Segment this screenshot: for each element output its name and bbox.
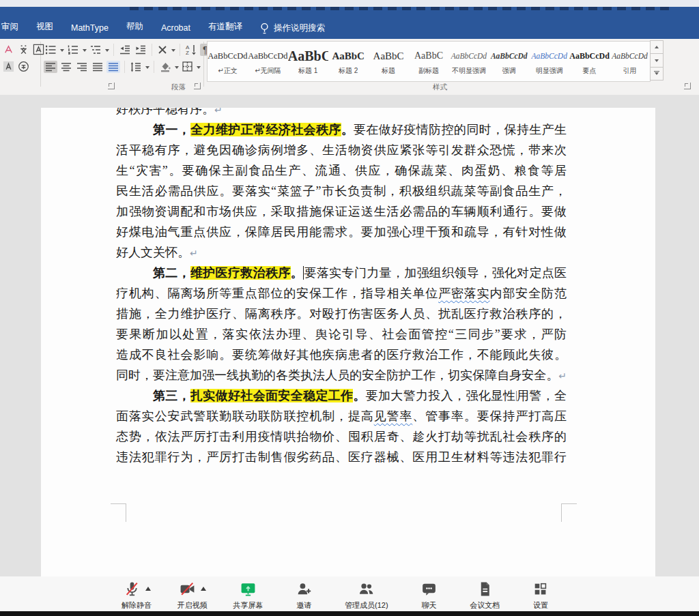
doc-line[interactable]: 好人文关怀。↵	[116, 242, 567, 263]
paragraph-dialog-launcher[interactable]	[194, 83, 201, 89]
decrease-indent-button[interactable]	[118, 44, 132, 56]
gallery-expand-button[interactable]	[650, 67, 664, 80]
meeting-button-settings[interactable]: 设置	[526, 579, 556, 611]
icon-separator	[152, 44, 152, 56]
align-center-button[interactable]	[59, 61, 73, 73]
text-segment: 。	[291, 266, 303, 280]
meeting-button-members[interactable]: 管理成员(12)	[345, 579, 388, 611]
style-preview: AaBbCcDd	[610, 46, 650, 65]
styles-dialog-launcher[interactable]	[684, 83, 691, 89]
style-card[interactable]: AaBbCcDd↵正文	[208, 42, 248, 81]
style-card[interactable]: AaBbCcDd↵无间隔	[248, 42, 288, 81]
menu-tab-帮助[interactable]: 帮助	[126, 21, 143, 39]
increase-indent-button[interactable]	[134, 44, 147, 56]
meeting-button-invite[interactable]: 邀请	[289, 579, 319, 611]
style-card[interactable]: AaBbC标题 1	[288, 42, 328, 81]
expand-caret[interactable]	[201, 587, 206, 591]
meeting-button-label: 共享屏幕	[233, 600, 263, 611]
shading-button[interactable]	[158, 60, 172, 73]
text-segment: 。	[341, 123, 354, 136]
style-card[interactable]: AaBbCcDd强调	[489, 42, 529, 81]
document-page[interactable]: 好秩序平稳有序。↵第一，全力维护正常经济社会秩序。要在做好疫情防控的同时，保持生…	[41, 108, 655, 576]
text-boundary-mark-left	[111, 503, 126, 522]
borders-dropdown[interactable]	[197, 66, 201, 71]
doc-line[interactable]: 好煤电油气重点供应，保障居民用能需求。要加强心理干预和疏导，有针对性做	[116, 222, 567, 242]
doc-line[interactable]: 第二，维护医疗救治秩序。要落实专门力量，加强组织领导，强化对定点医	[116, 263, 567, 283]
font-dialog-launcher[interactable]	[108, 83, 115, 89]
doc-line[interactable]: 面落实公安武警联勤联动联防联控机制，提高见警率、管事率。要保持严打高压	[116, 406, 567, 426]
mic-off-icon	[123, 579, 151, 598]
doc-line[interactable]: 疗机构、隔离场所等重点部位的安保工作，指导相关单位严密落实内部安全防范	[116, 283, 567, 304]
sort-button[interactable]: AZ	[184, 43, 198, 56]
text-segment: 用警，全	[517, 389, 567, 402]
text-segment: 内部安全防范	[490, 287, 567, 300]
meeting-button-camera-off[interactable]: 开启视频	[177, 579, 208, 611]
distribute-text-button[interactable]	[106, 61, 120, 73]
character-shading-button[interactable]	[2, 60, 15, 73]
multilevel-list-button[interactable]	[89, 44, 102, 56]
gallery-scroll-up-button[interactable]	[650, 40, 664, 54]
text-segment: 民生活必需品供应。要落实“菜篮子”市长负责制，积极组织蔬菜等副食品生产，	[116, 184, 567, 198]
menu-tab-视图[interactable]: 视图	[36, 21, 53, 39]
document-text[interactable]: 好秩序平稳有序。↵第一，全力维护正常经济社会秩序。要在做好疫情防控的同时，保持生…	[116, 108, 567, 467]
doc-line[interactable]: 违法犯罪行为，严厉打击制售假劣药品、医疗器械、医用卫生材料等违法犯罪行	[116, 447, 567, 467]
line-spacing-button[interactable]	[129, 61, 143, 73]
numbered-list-dropdown[interactable]	[83, 49, 87, 54]
style-card[interactable]: AaBbCcDd引用	[610, 42, 650, 81]
multilevel-list-dropdown[interactable]	[105, 49, 109, 54]
doc-line[interactable]: 活平稳有序，避免因确诊病例增多、生活物资供应紧张等引发群众恐慌，带来次	[116, 140, 567, 160]
align-left-button[interactable]	[44, 61, 57, 73]
justify-button[interactable]	[91, 61, 104, 73]
icon-separator	[180, 44, 180, 56]
phonetic-guide-button[interactable]	[17, 43, 30, 56]
doc-line[interactable]: 加强物资调配和市场供应，采取措施保证运送生活必需品的车辆顺利通行。要做	[116, 201, 567, 222]
style-card[interactable]: AaBbCcDd不明显强调	[448, 42, 489, 81]
style-card[interactable]: AaBbCcDd要点	[569, 42, 610, 81]
meeting-button-chat[interactable]: 聊天	[414, 579, 444, 611]
meeting-button-screen-share[interactable]: 共享屏幕	[233, 579, 263, 611]
gallery-scroll-down-button[interactable]	[650, 53, 664, 67]
style-card[interactable]: AaBbCcDd明显强调	[529, 42, 569, 81]
enclose-characters-button[interactable]	[17, 60, 30, 73]
document-area: 好秩序平稳有序。↵第一，全力维护正常经济社会秩序。要在做好疫情防控的同时，保持生…	[0, 95, 699, 576]
text-segment: 第三，	[153, 389, 190, 402]
meeting-button-mic-off[interactable]: 解除静音	[122, 579, 152, 611]
asian-layout-button[interactable]	[156, 44, 169, 56]
menu-tab-审阅[interactable]: 审阅	[1, 21, 18, 39]
style-preview: AaBbCcDd	[208, 46, 248, 65]
style-preview: AaBbCcDd	[248, 46, 288, 65]
meeting-toolbar: 解除静音开启视频共享屏幕邀请管理成员(12)聊天会议文档设置	[0, 576, 699, 611]
shading-dropdown[interactable]	[175, 66, 179, 71]
style-card[interactable]: AaBbC副标题	[409, 42, 449, 81]
expand-caret[interactable]	[145, 587, 151, 591]
doc-line[interactable]: 好秩序平稳有序。↵	[116, 108, 567, 119]
numbered-list-button[interactable]	[66, 44, 80, 56]
doc-line[interactable]: 生“灾害”。要确保主副食品生产、流通、供应，确保蔬菜、肉蛋奶、粮食等居	[116, 160, 567, 181]
style-card[interactable]: AaBbC标题 2	[328, 42, 369, 81]
text-segment: 要落实专门力量，加强组织领导，强化对定点医	[304, 266, 567, 280]
doc-line[interactable]: 措施，全力维护医疗、隔离秩序。对殴打伤害医务人员、扰乱医疗救治秩序的，	[116, 304, 567, 324]
style-card[interactable]: AaBbC标题	[369, 42, 409, 81]
bullet-list-dropdown[interactable]	[60, 49, 64, 54]
ribbon: AZ ¶	[0, 39, 699, 96]
doc-line[interactable]: 第一，全力维护正常经济社会秩序。要在做好疫情防控的同时，保持生产生	[116, 119, 567, 140]
borders-button[interactable]	[181, 60, 194, 73]
tell-me-search[interactable]: 操作说明搜索	[260, 23, 325, 39]
bullet-list-button[interactable]	[44, 44, 57, 56]
align-right-button[interactable]	[75, 61, 89, 73]
style-label: 不明显强调	[448, 66, 489, 76]
menu-tab-Acrobat[interactable]: Acrobat	[161, 23, 190, 39]
doc-line[interactable]: 同时，要注意加强一线执勤的各类执法人员的安全防护工作，切实保障自身安全。↵	[116, 365, 567, 385]
doc-line[interactable]: 态势，依法严厉打击利用疫情哄抬物价、囤积居奇、趁火打劫等扰乱社会秩序的	[116, 426, 567, 447]
doc-line[interactable]: 要果断加以处置，落实依法办理、舆论引导、社会面管控“三同步”要求，严防	[116, 324, 567, 344]
doc-line[interactable]: 造成不良社会影响。要统筹做好其他疾病患者的医疗救治工作，不能顾此失彼。	[116, 344, 567, 365]
menu-tab-MathType[interactable]: MathType	[71, 23, 109, 39]
line-spacing-dropdown[interactable]	[145, 66, 149, 71]
meeting-button-doc[interactable]: 会议文档	[470, 579, 500, 611]
doc-line[interactable]: 第三，扎实做好社会面安全稳定工作。要加大警力投入，强化显性用警，全	[116, 385, 567, 406]
asian-layout-dropdown[interactable]	[171, 49, 175, 54]
doc-line[interactable]: 民生活必需品供应。要落实“菜篮子”市长负责制，积极组织蔬菜等副食品生产，	[116, 181, 567, 201]
menu-tab-有道翻译[interactable]: 有道翻译	[208, 21, 242, 39]
text-effects-button[interactable]	[2, 43, 15, 56]
text-segment: 第一，	[153, 123, 190, 136]
